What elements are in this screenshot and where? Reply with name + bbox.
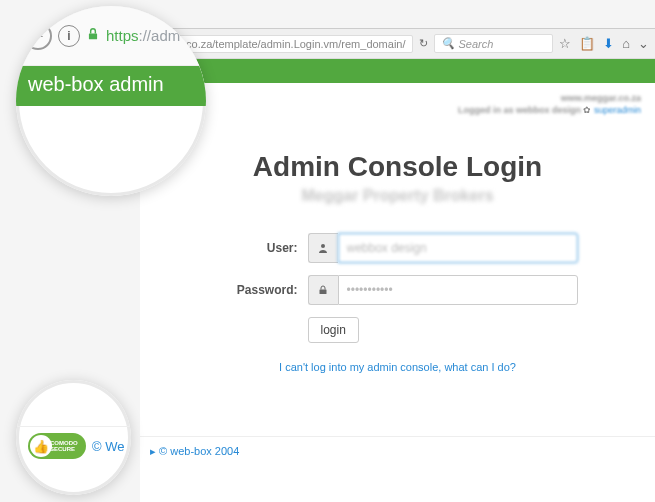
session-superadmin-link[interactable]: superadmin <box>594 105 641 115</box>
login-panel: Admin Console Login Meggar Property Brok… <box>140 83 655 373</box>
footer: ▸ © web-box 2004 <box>140 436 655 466</box>
magnifier-top: ← i https://adm web-box admin <box>16 6 206 196</box>
user-icon <box>308 233 338 263</box>
footer-bullet: ▸ <box>150 445 159 457</box>
svg-point-0 <box>321 244 325 248</box>
mag-green-header: web-box admin <box>16 66 206 106</box>
browser-window: ebbox.co.za/template/admin.Login.vm/rem_… <box>140 28 655 502</box>
lock-icon <box>308 275 338 305</box>
svg-rect-2 <box>89 33 97 39</box>
comodo-secure-badge: 👍 COMODO SECURE <box>28 433 86 459</box>
star-icon[interactable]: ☆ <box>559 36 571 51</box>
session-domain: www.meggar.co.za <box>458 93 641 105</box>
lock-icon <box>86 26 100 46</box>
info-icon[interactable]: i <box>58 25 80 47</box>
thumbs-up-icon: 👍 <box>30 435 52 457</box>
search-placeholder: Search <box>459 38 494 50</box>
copyright-fragment: © We <box>92 439 124 454</box>
user-row: User: <box>218 233 578 263</box>
badge-text-bottom: SECURE <box>50 446 78 452</box>
password-label: Password: <box>218 283 308 297</box>
pocket-icon[interactable]: ⌄ <box>638 36 649 51</box>
user-input[interactable] <box>338 233 578 263</box>
mag-url-text: https://adm <box>106 27 180 44</box>
search-icon: 🔍 <box>441 37 455 50</box>
page-subtitle: Meggar Property Brokers <box>140 187 655 205</box>
search-box[interactable]: 🔍 Search <box>434 34 554 53</box>
magnifier-bottom: 👍 COMODO SECURE © We <box>16 380 131 495</box>
user-label: User: <box>218 241 308 255</box>
browser-chrome-bar: ebbox.co.za/template/admin.Login.vm/rem_… <box>140 29 655 59</box>
home-icon[interactable]: ⌂ <box>622 36 630 51</box>
download-icon[interactable]: ⬇ <box>603 36 614 51</box>
clipboard-icon[interactable]: 📋 <box>579 36 595 51</box>
help-link[interactable]: I can't log into my admin console, what … <box>279 361 516 373</box>
mag-address-bar: ← i https://adm <box>16 6 206 66</box>
toolbar-icons: ☆ 📋 ⬇ ⌂ ⌄ <box>559 36 649 51</box>
password-row: Password: <box>218 275 578 305</box>
green-header-strip <box>140 59 655 83</box>
login-button[interactable]: login <box>308 317 359 343</box>
svg-rect-1 <box>320 290 327 295</box>
login-form: User: Password: login <box>218 233 578 373</box>
session-info: www.meggar.co.za Logged in as webbox des… <box>458 93 641 116</box>
gear-icon[interactable]: ✿ <box>583 105 594 115</box>
footer-copyright: © web-box 2004 <box>159 445 239 457</box>
page-title: Admin Console Login <box>140 151 655 183</box>
reload-icon[interactable]: ↻ <box>419 37 428 50</box>
back-button[interactable]: ← <box>24 22 52 50</box>
password-input[interactable] <box>338 275 578 305</box>
session-logged-in: Logged in as webbox design <box>458 105 581 115</box>
